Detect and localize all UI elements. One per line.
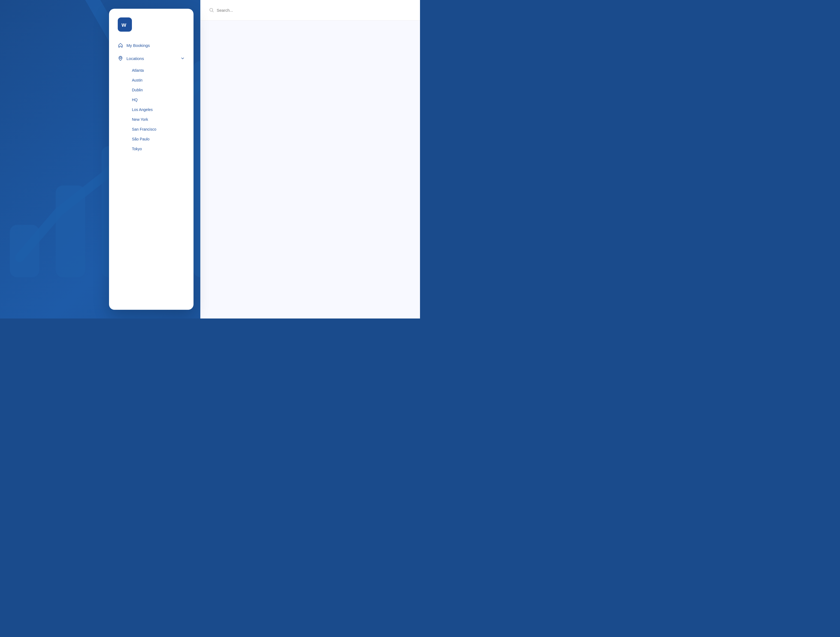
location-item[interactable]: Dublin [118, 85, 185, 95]
search-input[interactable] [217, 8, 271, 13]
svg-text:w: w [121, 21, 126, 28]
location-item[interactable]: Austin [118, 75, 185, 85]
location-item[interactable]: HQ [118, 95, 185, 105]
pin-icon [118, 55, 123, 61]
sidebar: w My Bookings Location [109, 9, 194, 310]
right-panel [201, 0, 420, 318]
nav-item-my-bookings[interactable]: My Bookings [114, 39, 189, 51]
locations-section: Locations AtlantaAustinDublinHQLos Angel… [114, 52, 189, 154]
location-item[interactable]: San Francisco [118, 124, 185, 134]
nav-item-locations[interactable]: Locations [114, 52, 189, 64]
location-item[interactable]: Los Angeles [118, 105, 185, 115]
my-bookings-label: My Bookings [126, 43, 185, 48]
location-item[interactable]: Atlanta [118, 65, 185, 75]
logo-area: w [109, 17, 194, 39]
location-item[interactable]: São Paulo [118, 134, 185, 144]
location-item[interactable]: New York [118, 115, 185, 124]
chevron-down-icon [180, 56, 185, 60]
svg-point-10 [120, 57, 121, 58]
logo: w [118, 17, 132, 32]
search-bar [201, 0, 420, 21]
svg-point-11 [210, 8, 213, 11]
locations-label: Locations [126, 56, 177, 61]
logo-svg: w [120, 20, 129, 29]
location-item[interactable]: Tokyo [118, 144, 185, 154]
svg-line-12 [213, 11, 214, 12]
nav-items: My Bookings Locations [109, 39, 194, 154]
home-icon [118, 43, 123, 48]
location-items-list: AtlantaAustinDublinHQLos AngelesNew York… [114, 65, 189, 154]
search-icon [209, 8, 214, 13]
